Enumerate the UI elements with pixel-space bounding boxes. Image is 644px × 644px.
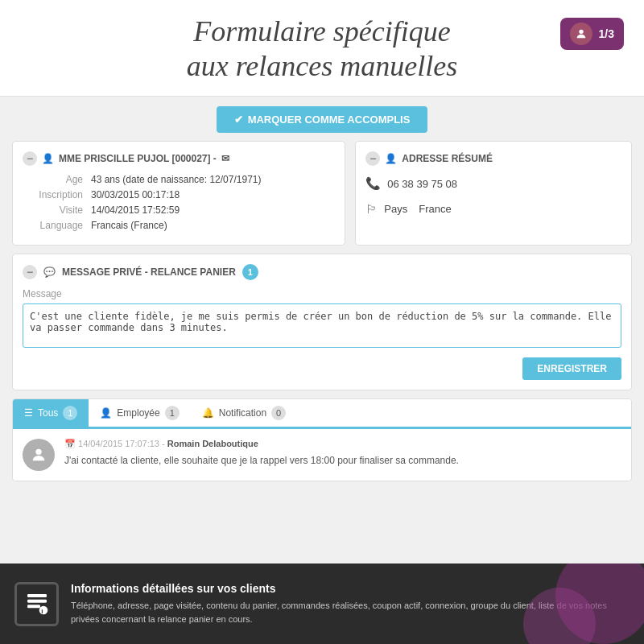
tabs-section: ☰ Tous 1 👤 Employée 1 🔔 Notification 0	[12, 398, 632, 481]
language-value: Francais (France)	[91, 220, 167, 231]
phone-icon: 📞	[365, 176, 381, 191]
visite-label: Visite	[23, 204, 91, 216]
message-section: − 💬 MESSAGE PRIVÉ - RELANCE PANIER 1 Mes…	[12, 254, 632, 390]
tabs-bar: ☰ Tous 1 👤 Employée 1 🔔 Notification 0	[13, 399, 631, 429]
tab-employee[interactable]: 👤 Employée 1	[89, 399, 190, 427]
message-count: 1	[248, 267, 253, 277]
collapse-message-btn[interactable]: −	[23, 265, 37, 279]
svg-rect-2	[27, 594, 47, 597]
badge-text: 1/3	[599, 27, 614, 40]
tous-label: Tous	[38, 407, 58, 419]
svg-text:i: i	[41, 608, 43, 615]
phone-row: 📞 06 38 39 75 08	[365, 174, 621, 193]
address-header-text: ADRESSE RÉSUMÉ	[402, 153, 493, 164]
accomplished-button[interactable]: ✔ MARQUER COMME ACCOMPLIS	[217, 106, 428, 133]
age-label: Age	[23, 174, 91, 185]
language-label: Language	[23, 220, 91, 231]
title-line2: aux relances manuelles	[187, 50, 458, 82]
list-icon: ☰	[24, 407, 33, 419]
comment-meta: 📅 14/04/2015 17:07:13 - Romain Delabouti…	[64, 439, 621, 449]
message-label: Message	[23, 288, 621, 299]
footer-icon: i	[14, 582, 59, 626]
inscription-row: Inscription 30/03/2015 00:17:18	[23, 189, 335, 200]
visite-row: Visite 14/04/2015 17:52:59	[23, 204, 335, 216]
collapse-address-btn[interactable]: −	[365, 151, 380, 166]
notification-count: 0	[271, 406, 286, 420]
accomplished-label: MARQUER COMME ACCOMPLIS	[248, 114, 411, 126]
svg-rect-4	[27, 605, 40, 608]
employee-label: Employée	[117, 407, 159, 419]
phone-value: 06 38 39 75 08	[387, 178, 457, 190]
comment-entry: 📅 14/04/2015 17:07:13 - Romain Delabouti…	[13, 429, 631, 481]
message-section-header: − 💬 MESSAGE PRIVÉ - RELANCE PANIER 1	[23, 264, 621, 280]
age-value: 43 ans (date de naissance: 12/07/1971)	[91, 174, 262, 185]
employee-count: 1	[165, 406, 180, 420]
tous-count: 1	[63, 406, 77, 420]
comment-content: 📅 14/04/2015 17:07:13 - Romain Delabouti…	[64, 439, 621, 468]
address-card-header: − 👤 ADRESSE RÉSUMÉ	[365, 151, 621, 166]
message-input[interactable]	[23, 303, 621, 348]
save-label: ENREGISTRER	[537, 363, 607, 374]
customer-card-header: − 👤 MME PRISCILLE PUJOL [000027] - ✉	[23, 151, 335, 166]
comment-date: 14/04/2015 17:07:13	[78, 439, 159, 448]
visite-value: 14/04/2015 17:52:59	[91, 204, 180, 216]
address-person-icon: 👤	[385, 153, 397, 164]
tab-tous[interactable]: ☰ Tous 1	[13, 399, 89, 427]
content-area: ✔ MARQUER COMME ACCOMPLIS − 👤 MME PRISCI…	[0, 97, 644, 564]
pays-label: Pays	[384, 203, 407, 215]
comment-text: J'ai contacté la cliente, elle souhaite …	[64, 453, 621, 468]
svg-point-5	[39, 606, 47, 615]
footer: i Informations détaillées sur vos client…	[0, 564, 644, 644]
comment-author: Romain Delaboutique	[167, 439, 258, 448]
svg-point-1	[35, 449, 41, 455]
page-title: Formulaire spécifique aux relances manue…	[16, 14, 628, 84]
svg-rect-3	[27, 600, 47, 603]
header: Formulaire spécifique aux relances manue…	[0, 0, 644, 97]
mail-icon[interactable]: ✉	[221, 153, 229, 164]
action-bar: ✔ MARQUER COMME ACCOMPLIS	[12, 106, 632, 133]
pays-value: France	[419, 203, 451, 215]
bell-icon: 🔔	[202, 407, 214, 419]
chat-icon: 💬	[43, 266, 56, 278]
notification-label: Notification	[219, 407, 266, 419]
inscription-value: 30/03/2015 00:17:18	[91, 189, 180, 200]
employee-icon: 👤	[100, 407, 112, 419]
cards-row: − 👤 MME PRISCILLE PUJOL [000027] - ✉ Age…	[12, 141, 632, 246]
tab-notification[interactable]: 🔔 Notification 0	[191, 399, 297, 427]
check-icon: ✔	[234, 114, 243, 126]
badge-avatar	[570, 23, 592, 45]
main-container: Formulaire spécifique aux relances manue…	[0, 0, 644, 644]
customer-card: − 👤 MME PRISCILLE PUJOL [000027] - ✉ Age…	[12, 141, 345, 246]
collapse-customer-btn[interactable]: −	[23, 151, 37, 166]
save-button[interactable]: ENREGISTRER	[522, 357, 621, 380]
title-line1: Formulaire spécifique	[193, 15, 451, 47]
flag-icon: 🏳	[365, 202, 378, 216]
language-row: Language Francais (France)	[23, 220, 335, 231]
customer-name: MME PRISCILLE PUJOL [000027] -	[59, 153, 217, 164]
address-card: − 👤 ADRESSE RÉSUMÉ 📞 06 38 39 75 08 🏳 Pa…	[355, 141, 632, 246]
calendar-icon: 📅	[64, 439, 76, 448]
message-count-badge: 1	[242, 264, 258, 280]
badge-counter: 1/3	[560, 18, 624, 50]
message-header-text: MESSAGE PRIVÉ - RELANCE PANIER	[62, 266, 236, 278]
inscription-label: Inscription	[23, 189, 91, 200]
comment-avatar	[23, 439, 55, 471]
person-icon: 👤	[42, 153, 54, 164]
age-row: Age 43 ans (date de naissance: 12/07/197…	[23, 174, 335, 185]
svg-point-0	[579, 30, 583, 34]
country-row: 🏳 Pays France	[365, 200, 621, 218]
